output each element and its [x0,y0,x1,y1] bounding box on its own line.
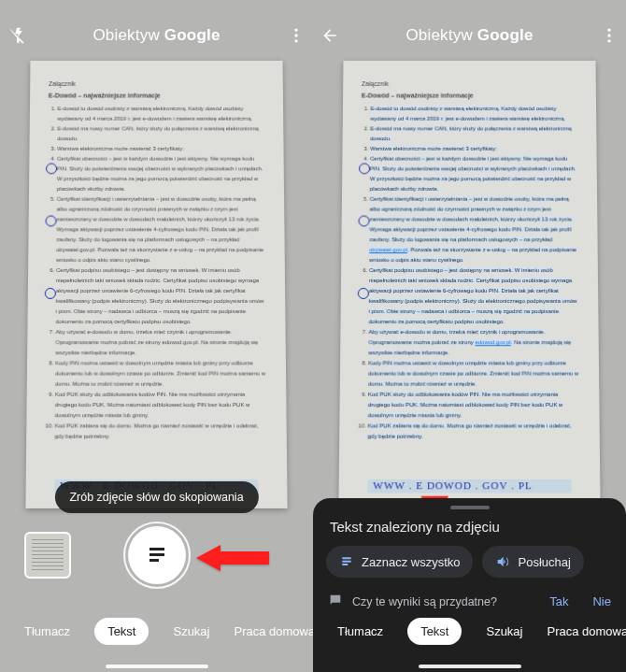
mode-selector[interactable]: Tłumacz Tekst Szukaj Praca domowa [0,612,313,650]
doc-line: Kody PIN można ustawić w dowolnym urzędz… [368,358,580,389]
app-title: Obiektyw Google [34,26,279,45]
feedback-icon [328,593,343,610]
status-bar [313,0,626,13]
svg-point-5 [607,34,610,36]
feedback-no[interactable]: Nie [592,594,611,608]
doc-line: Kody PIN można ustawić w dowolnym urzędz… [55,358,267,389]
doc-list: E-dowód to dowód osobisty z warstwą elek… [55,104,268,442]
doc-line: Kod PUK zabiera się do domu. Można go ró… [368,421,581,442]
app-title-bold: Google [477,26,534,44]
select-all-button[interactable]: Zaznacz wszystko [326,546,473,578]
mode-translate[interactable]: Tłumacz [337,624,383,638]
mode-homework[interactable]: Praca domowa [235,624,314,638]
more-icon[interactable] [592,26,626,45]
top-bar: Obiektyw Google [313,19,626,52]
doc-line: Kod PUK służy do odblokowania kodów PIN.… [368,390,581,422]
pane-text-found: Obiektyw Google Załącznik E-Dowód – najw… [313,0,626,672]
doc-line: Aby używać e-dowodu w domu, trzeba mieć … [55,327,266,358]
doc-heading: E-Dowód – najważniejsze informacje [49,93,264,99]
handwritten-circle-icon [359,164,370,175]
top-bar: Obiektyw Google [0,19,313,52]
doc-heading: E-Dowód – najważniejsze informacje [362,93,474,99]
handwritten-circle-icon [358,288,369,299]
app-title-bold: Google [164,26,221,44]
doc-line: Warstwa elektroniczna może zawierać 3 ce… [57,144,265,154]
doc-list: E-dowód to dowód osobisty z warstwą elek… [368,104,581,442]
doc-line: Certyfikat podpisu osobistego – jest dos… [56,265,267,327]
back-icon[interactable] [313,26,347,45]
shutter-button[interactable] [128,526,186,584]
handwritten-url [367,479,572,493]
doc-line: E-dowód ma nowy numer CAN, który służy d… [370,124,577,144]
doc-line: Certyfikat podpisu osobistego – jest dos… [369,265,580,327]
select-all-label: Zaznacz wszystko [362,555,460,569]
hint-pill: Zrób zdjęcie słów do skopiowania [54,481,258,513]
flash-off-icon[interactable] [0,26,34,45]
document-preview: Załącznik E-Dowód – najważniejsze inform… [25,61,287,508]
handwritten-circle-icon [46,216,57,227]
mode-search[interactable]: Szukaj [173,624,209,638]
sheet-title: Tekst znaleziony na zdjęciu [313,519,626,546]
document-preview-selected[interactable]: Załącznik E-Dowód – najważniejsze inform… [338,61,600,508]
doc-line: Kod PUK służy do odblokowania kodów PIN.… [55,390,268,422]
mode-homework[interactable]: Praca domowa [548,624,627,638]
volume-icon [495,554,510,569]
more-icon[interactable] [279,26,313,45]
bottom-sheet: Tekst znaleziony na zdjęciu Zaznacz wszy… [313,498,626,672]
mode-selector[interactable]: Tłumacz Tekst Szukaj Praca domowa [313,612,626,650]
doc-line: Warstwa elektroniczna może zawierać 3 ce… [370,144,578,154]
handwritten-circle-icon [46,164,57,175]
doc-line: Kod PUK zabiera się do domu. Można go ró… [55,421,268,442]
svg-point-2 [294,39,297,42]
svg-point-1 [294,34,297,36]
doc-line: E-dowód to dowód osobisty z warstwą elek… [370,104,577,123]
mode-translate[interactable]: Tłumacz [24,624,70,638]
mode-search[interactable]: Szukaj [486,624,522,638]
sheet-handle[interactable] [450,506,490,509]
shutter-row [0,521,313,590]
doc-attachment: Załącznik [362,80,389,87]
svg-point-0 [294,29,297,32]
svg-point-6 [607,39,610,42]
handwritten-circle-icon [359,216,370,227]
text-select-icon [339,554,354,569]
feedback-yes[interactable]: Tak [549,594,568,608]
svg-point-4 [607,29,610,32]
listen-button[interactable]: Posłuchaj [482,546,583,578]
doc-line: Certyfikat obecności – jest w każdym dow… [370,154,578,194]
mode-text-active[interactable]: Tekst [407,618,462,645]
mode-text-active[interactable]: Tekst [94,618,149,645]
listen-label: Posłuchaj [518,555,570,569]
feedback-question: Czy te wyniki są przydatne? [352,595,497,608]
doc-line: Certyfikat identyfikacji i uwierzytelnia… [369,194,579,265]
doc-line: E-dowód to dowód osobisty z warstwą elek… [57,104,264,123]
pane-capture: Obiektyw Google Załącznik E-Dowód – najw… [0,0,313,672]
app-title: Obiektyw Google [347,26,592,45]
handwritten-circle-icon [45,288,56,299]
status-bar [0,0,313,13]
doc-line: Certyfikat obecności – jest w każdym dow… [57,154,265,194]
doc-attachment: Załącznik [49,80,264,87]
doc-line: Aby używać e-dowodu w domu, trzeba mieć … [368,327,579,358]
gallery-thumbnail[interactable] [24,532,71,579]
gesture-bar [106,665,208,668]
app-title-plain: Obiektyw [405,26,477,44]
doc-line: E-dowód ma nowy numer CAN, który służy d… [57,124,264,144]
gesture-bar [419,665,521,668]
app-title-plain: Obiektyw [92,26,164,44]
doc-line: Certyfikat identyfikacji i uwierzytelnia… [56,194,266,265]
